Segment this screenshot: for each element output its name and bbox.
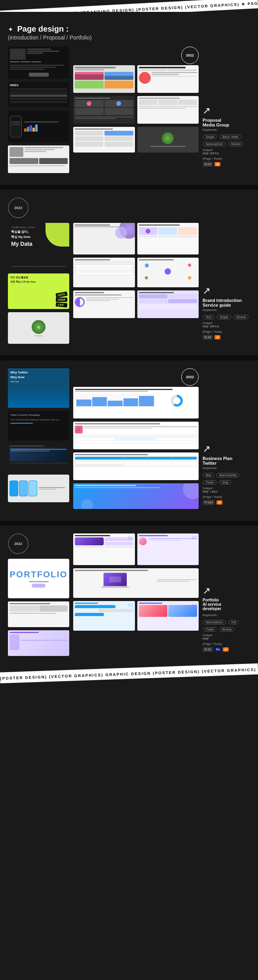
page-label-1: (Page / Tools) — [203, 157, 250, 160]
preview-right-1 — [73, 65, 135, 93]
arrow-icon-1: ↗ — [203, 105, 250, 116]
page-count-1: B:20 — [203, 162, 213, 167]
preview-card-4 — [8, 145, 69, 173]
tag-neo: Neomorphism — [203, 142, 226, 146]
circle-slide: Q — [8, 312, 69, 344]
preview-right-6 — [137, 127, 199, 153]
page-tools-2: B:46 Ai — [203, 335, 250, 340]
output-label-3: Output: — [203, 486, 250, 490]
year-text-2022: 2022 — [14, 542, 22, 546]
keywords-2: Tech Simple Minimal — [203, 313, 250, 320]
page-count-4: B:30 — [203, 647, 213, 652]
year-badge-3: 2022 — [181, 368, 199, 386]
left-preview-col: INDEX — [8, 47, 69, 173]
keywords-label-1: Keywords: — [203, 128, 250, 132]
section-portfolio: 2022 PORTFOLIO — [0, 526, 258, 664]
page-label-4: (Page / Tools) — [203, 642, 250, 646]
section4-left: 2022 PORTFOLIO — [8, 533, 69, 656]
sep-1 — [0, 185, 258, 190]
portfolio-title-text: PORTFOLIO — [9, 569, 67, 580]
s4-q1-preview-2: 02 — [137, 533, 199, 565]
sep-3 — [0, 521, 258, 526]
ai-tool-badge-2: Ai — [214, 335, 220, 339]
portfolio-hero-card: PORTFOLIO — [8, 559, 69, 598]
info-title-4: Portfolio AI service developer — [203, 598, 250, 611]
section-page-design: ✦ Page design : (introduction / Proposal… — [0, 12, 258, 185]
circle-badge-2023: 2023 — [8, 198, 28, 218]
keywords-label-4: Keywords: — [203, 613, 250, 617]
info-title-1: Proposal Media Group — [203, 118, 250, 127]
page-tools-1: B:20 Ai — [203, 162, 250, 167]
preview-card-2: INDEX — [8, 82, 69, 107]
section1-title: Page design : — [17, 24, 68, 33]
sep-2 — [0, 356, 258, 360]
output-val-1: PDF /PPTX — [203, 152, 250, 155]
tag-blue: Blue — [203, 473, 214, 477]
ps-tool-badge-4: Ps — [214, 647, 221, 652]
s2-preview-r2 — [137, 223, 199, 254]
twitter-dark-slide — [8, 444, 69, 471]
info-title-3: Business Plan Twitter — [203, 456, 250, 466]
info-panel-1: ↗ Proposal Media Group Keywords: Simple … — [203, 47, 250, 173]
tag-simple-2: Simple — [217, 315, 231, 319]
circle-badge-2022: 2022 — [8, 533, 28, 554]
section2-left-previews: 나와 함께 하세요, 시작하다 핵심을 담다, 핵심 My Data My Da… — [8, 223, 69, 344]
preview-right-3 — [73, 96, 135, 124]
section3-left-previews: Why Twitter Why Now TWITTER Twitter is b… — [8, 368, 69, 509]
tag-tech: Tech — [203, 315, 214, 319]
keywords-label-2: Keywords: — [203, 308, 250, 312]
page-label-2: (Page / Tools) — [203, 330, 250, 334]
output-val-2: PDF /PPTX — [203, 325, 250, 328]
preview-card-1 — [8, 47, 69, 79]
keywords-4: Neomorphism Soft Purple Mockup — [203, 618, 250, 632]
year-badge-1: 2022 — [181, 47, 199, 64]
s3-preview-3 — [73, 452, 199, 480]
s4-q3-preview-1: 03 — [73, 601, 135, 631]
s4-left-preview-1 — [8, 601, 69, 627]
preview-right-4 — [137, 96, 199, 124]
info-panel-2: ↗ Brand Introduction Service guide Keywo… — [203, 223, 250, 344]
tag-bw: Black / White — [220, 135, 241, 139]
output-label-1: Output: — [203, 148, 250, 152]
info-title-2: Brand Introduction Service guide — [203, 298, 250, 307]
tag-purple-4: Purple — [203, 627, 216, 631]
section3-right-previews: 2022 — [73, 368, 199, 509]
tag-minimal: Minimal — [228, 142, 243, 146]
arrow-icon-4: ↗ — [203, 585, 250, 596]
keywords-1: Simple Black / White Neomorphism Minimal — [203, 132, 250, 147]
bottom-banner-text: (POSTER DESIGN) (VECTOR GRAPHICS) GRAPHI… — [0, 663, 258, 681]
data-slide: DATA USER LIFE 개인 정보 활용을 위한 핵심 나의 My Dat… — [8, 273, 69, 309]
ai-tool-badge-3: Ai — [216, 500, 222, 505]
output-label-2: Output: — [203, 321, 250, 325]
ai-tool-badge-1: Ai — [214, 162, 220, 166]
s4-left-preview-2 — [8, 630, 69, 656]
keywords-3: Blue Brand Identity Purple Snap — [203, 471, 250, 485]
info-panel-4: ↗ Portfolio AI service developer Keyword… — [203, 533, 250, 656]
right-preview-col: 2022 — [73, 47, 199, 173]
tag-minimal-2: Minimal — [233, 315, 249, 319]
tag-mockup-4: Mockup — [219, 627, 235, 631]
tag-neo-4: Neomorphism — [203, 620, 226, 624]
preview-right-5 — [73, 127, 135, 153]
s3-preview-2: 🎵 — [73, 422, 199, 449]
s2-preview-r1 — [73, 223, 135, 254]
s2-preview-r4 — [137, 258, 199, 287]
twitter-hero-slide: Why Twitter Why Now TWITTER — [8, 368, 69, 408]
twitter-mobile-slide — [8, 475, 69, 502]
s4-q3-preview-2: 04 — [137, 601, 199, 631]
keywords-label-3: Keywords: — [203, 466, 250, 470]
output-val-4: PDF — [203, 637, 250, 641]
s4-q1-preview-1: 01 — [73, 533, 135, 565]
tag-snap: Snap — [219, 480, 231, 484]
section4-right-previews: 01 02 — [73, 533, 199, 656]
page-tools-4: B:30 Ps Ai — [203, 647, 250, 652]
s2-preview-r6 — [137, 290, 199, 318]
preview-card-3 — [8, 111, 69, 142]
tag-simple: Simple — [203, 135, 217, 139]
page-label-3: (Page / Tools) — [203, 495, 250, 499]
year-text-2023: 2023 — [14, 206, 22, 210]
tag-soft-4: Soft — [228, 620, 239, 624]
section1-subtitle: (introduction / Proposal / Portfolio) — [8, 34, 92, 41]
section-brand: 2023 나와 함께 하세요, 시작하다 핵심을 담다, 핵심 My Data … — [0, 190, 258, 356]
preview-right-2 — [137, 65, 199, 93]
